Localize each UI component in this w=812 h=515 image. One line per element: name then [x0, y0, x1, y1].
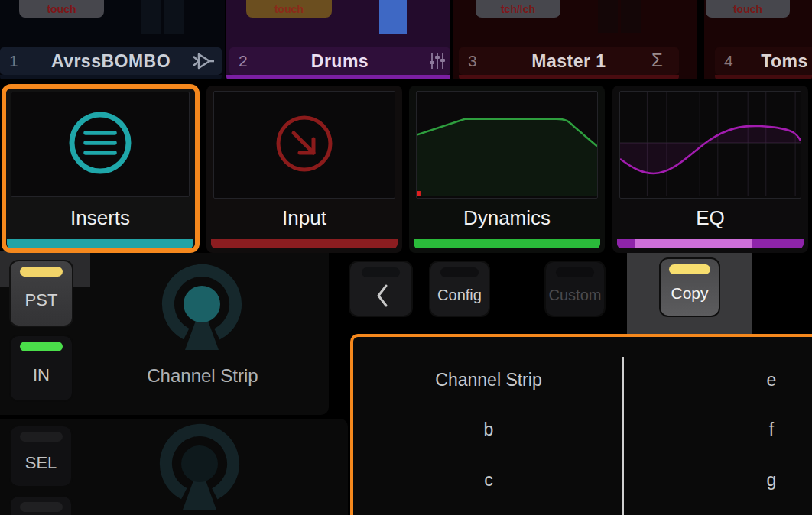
copy-label: Copy [661, 284, 719, 303]
chevron-left-icon [375, 283, 390, 308]
in-led [20, 342, 63, 351]
tile-label: Inserts [2, 206, 198, 230]
popup-item-e[interactable]: e [767, 370, 777, 390]
eq-curve [620, 92, 801, 196]
channel-3-color-strip [459, 75, 679, 79]
channel-strip-knob[interactable] [156, 257, 248, 356]
dynamics-accent-bar [414, 239, 600, 248]
mixer-app: touch touch tch/lch touch 1 AvrssBOMBO 2… [0, 0, 812, 515]
channel-name: Drums [229, 51, 450, 72]
popup-title[interactable]: Channel Strip [435, 370, 541, 390]
tile-dynamics[interactable]: Dynamics [409, 86, 605, 253]
channel-name: Master 1 [459, 51, 679, 72]
tile-eq[interactable]: EQ [612, 86, 808, 253]
channel-strip-popup: Channel Strip b c e f g [350, 334, 812, 515]
channel-3-touch-button[interactable]: tch/lch [476, 0, 560, 18]
button-led [20, 502, 63, 512]
encoder-label: Channel Strip [65, 365, 340, 387]
channel-1-touch-button[interactable]: touch [19, 0, 104, 18]
list-circle-icon [11, 92, 189, 196]
input-screen [213, 91, 395, 199]
inserts-screen [11, 92, 190, 197]
tile-label: EQ [612, 206, 808, 230]
touch-label: tch/lch [501, 3, 535, 15]
threshold-dot [417, 191, 421, 196]
channel-name: AvrssBOMBO [0, 51, 222, 72]
popup-item-f[interactable]: f [769, 419, 774, 440]
channel-name: Toms [757, 51, 812, 72]
mixer-faders-icon [429, 52, 446, 70]
in-button[interactable]: IN [9, 335, 73, 402]
tile-label: Input [206, 206, 402, 230]
next-button-cut[interactable] [9, 495, 73, 515]
channel-3-meter [598, 0, 618, 33]
popup-item-c[interactable]: c [484, 470, 493, 491]
pst-led [20, 267, 63, 277]
copy-button[interactable]: Copy [659, 258, 720, 317]
tile-label: Dynamics [409, 206, 605, 230]
sel-button[interactable]: SEL [9, 425, 73, 487]
channel-4-touch-button[interactable]: touch [706, 0, 790, 18]
second-knob[interactable] [154, 418, 245, 515]
back-button[interactable] [349, 261, 413, 317]
input-accent-bar [211, 239, 398, 248]
channel-number: 4 [724, 52, 733, 70]
channel-4-color-strip [715, 75, 812, 79]
popup-item-g[interactable]: g [767, 470, 777, 491]
back-led [362, 267, 400, 277]
eq-screen [619, 91, 801, 199]
channel-3-meter [621, 0, 641, 33]
channel-1-meter [164, 0, 184, 34]
touch-label: touch [733, 3, 762, 15]
channel-1-name-bar[interactable]: 1 AvrssBOMBO [0, 47, 222, 75]
popup-item-b[interactable]: b [484, 419, 494, 440]
touch-label: touch [274, 3, 304, 15]
channel-2-touch-button[interactable]: touch [246, 0, 332, 18]
config-led [440, 267, 479, 277]
copy-led [669, 264, 710, 274]
channel-3-name-bar[interactable]: 3 Master 1 Σ [459, 47, 679, 75]
config-button[interactable]: Config [429, 261, 490, 317]
eq-accent-bar [617, 239, 804, 248]
tile-input[interactable]: Input [206, 86, 402, 253]
config-label: Config [430, 287, 489, 304]
custom-led [556, 267, 594, 277]
pst-button[interactable]: PST [9, 260, 73, 327]
popup-divider [622, 357, 624, 515]
waveform-arrow-icon [191, 52, 216, 70]
channel-1-meter [141, 0, 161, 34]
sigma-icon: Σ [651, 50, 663, 71]
tile-inserts[interactable]: Inserts [2, 86, 198, 253]
arrow-down-right-circle-icon [214, 92, 395, 198]
inserts-accent-bar [7, 239, 193, 248]
channel-2-color-strip [226, 75, 450, 79]
channel-1-color-strip [0, 75, 222, 79]
dynamics-curve [417, 92, 597, 196]
sel-label: SEL [11, 453, 71, 473]
custom-label: Custom [546, 287, 604, 304]
dynamics-screen [416, 91, 598, 199]
channel-2-name-bar[interactable]: 2 Drums [229, 47, 450, 75]
channel-4-name-bar[interactable]: 4 Toms [715, 47, 812, 75]
custom-button[interactable]: Custom [544, 261, 606, 317]
channel-2-fader-bar[interactable] [379, 0, 407, 34]
touch-label: touch [47, 3, 76, 15]
sel-led [20, 432, 63, 442]
pst-label: PST [11, 290, 72, 310]
in-label: IN [11, 365, 72, 385]
